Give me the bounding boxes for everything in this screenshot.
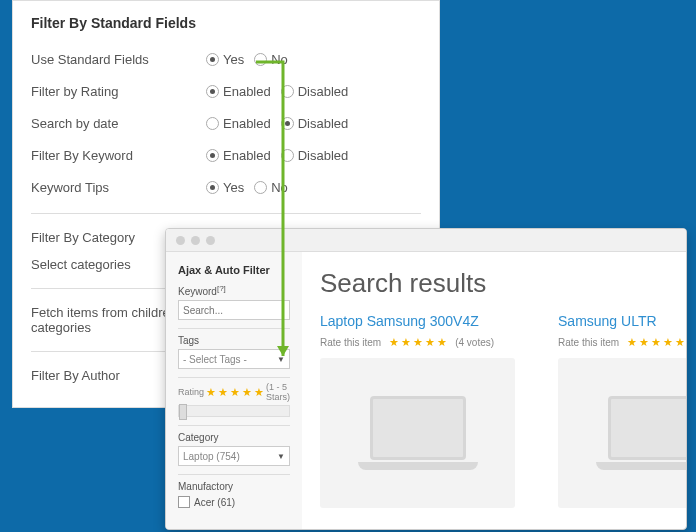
star-icon[interactable]: ★ bbox=[639, 337, 649, 348]
category-select[interactable]: Laptop (754) ▼ bbox=[178, 446, 290, 466]
row-use-standard-fields: Use Standard Fields Yes No bbox=[31, 43, 421, 75]
star-icon[interactable]: ★ bbox=[675, 337, 685, 348]
radio-icon bbox=[281, 85, 294, 98]
row-filter-by-keyword: Filter By Keyword Enabled Disabled bbox=[31, 139, 421, 171]
star-icon: ★ bbox=[254, 387, 264, 398]
product-title-link[interactable]: Laptop Samsung 300V4Z bbox=[320, 313, 520, 329]
divider bbox=[178, 425, 290, 426]
radio-icon bbox=[254, 181, 267, 194]
row-filter-by-rating: Filter by Rating Enabled Disabled bbox=[31, 75, 421, 107]
star-icon[interactable]: ★ bbox=[413, 337, 423, 348]
star-icon: ★ bbox=[230, 387, 240, 398]
field-label: Use Standard Fields bbox=[31, 52, 206, 67]
radio-icon bbox=[281, 117, 294, 130]
radio-disabled[interactable]: Disabled bbox=[281, 116, 349, 131]
radio-no[interactable]: No bbox=[254, 180, 288, 195]
radio-icon bbox=[206, 85, 219, 98]
star-icon[interactable]: ★ bbox=[651, 337, 661, 348]
radio-enabled[interactable]: Enabled bbox=[206, 116, 271, 131]
slider-handle[interactable] bbox=[179, 404, 187, 420]
radio-yes[interactable]: Yes bbox=[206, 180, 244, 195]
product-title-link[interactable]: Samsung ULTR bbox=[558, 313, 687, 329]
laptop-icon bbox=[358, 396, 478, 470]
category-label: Category bbox=[178, 432, 290, 443]
radio-icon bbox=[254, 53, 267, 66]
rating-filter: Rating ★ ★ ★ ★ ★ (1 - 5 Stars) bbox=[178, 382, 290, 402]
chevron-down-icon: ▼ bbox=[277, 355, 285, 364]
tags-select[interactable]: - Select Tags - ▼ bbox=[178, 349, 290, 369]
manufactory-option[interactable]: Acer (61) bbox=[178, 496, 290, 508]
window-dot-icon bbox=[176, 236, 185, 245]
filter-sidebar: Ajax & Auto Filter Keyword[?] Tags - Sel… bbox=[166, 252, 302, 529]
window-dot-icon bbox=[206, 236, 215, 245]
fetch-children-note: Fetch items from children categories bbox=[31, 299, 181, 341]
radio-icon bbox=[281, 149, 294, 162]
field-label: Filter By Keyword bbox=[31, 148, 206, 163]
tags-label: Tags bbox=[178, 335, 290, 346]
keyword-label: Keyword[?] bbox=[178, 284, 290, 297]
radio-icon bbox=[206, 149, 219, 162]
manufactory-label: Manufactory bbox=[178, 481, 290, 492]
window-dot-icon bbox=[191, 236, 200, 245]
star-icon[interactable]: ★ bbox=[627, 337, 637, 348]
row-keyword-tips: Keyword Tips Yes No bbox=[31, 171, 421, 203]
radio-icon bbox=[206, 181, 219, 194]
radio-yes[interactable]: Yes bbox=[206, 52, 244, 67]
radio-disabled[interactable]: Disabled bbox=[281, 84, 349, 99]
radio-no[interactable]: No bbox=[254, 52, 288, 67]
star-icon[interactable]: ★ bbox=[663, 337, 673, 348]
field-label: Search by date bbox=[31, 116, 206, 131]
star-icon: ★ bbox=[218, 387, 228, 398]
divider bbox=[178, 377, 290, 378]
rating-slider[interactable] bbox=[178, 405, 290, 417]
star-icon[interactable]: ★ bbox=[389, 337, 399, 348]
results-area: Search results Laptop Samsung 300V4Z Rat… bbox=[302, 252, 687, 529]
radio-enabled[interactable]: Enabled bbox=[206, 148, 271, 163]
star-icon[interactable]: ★ bbox=[401, 337, 411, 348]
field-label: Keyword Tips bbox=[31, 180, 206, 195]
product-card: Laptop Samsung 300V4Z Rate this item ★ ★… bbox=[320, 313, 520, 508]
product-thumbnail[interactable] bbox=[558, 358, 687, 508]
radio-disabled[interactable]: Disabled bbox=[281, 148, 349, 163]
laptop-icon bbox=[596, 396, 687, 470]
row-search-by-date: Search by date Enabled Disabled bbox=[31, 107, 421, 139]
star-icon[interactable]: ★ bbox=[437, 337, 447, 348]
radio-icon bbox=[206, 117, 219, 130]
chevron-down-icon: ▼ bbox=[277, 452, 285, 461]
product-card: Samsung ULTR Rate this item ★ ★ ★ ★ ★ bbox=[558, 313, 687, 508]
radio-icon bbox=[206, 53, 219, 66]
divider bbox=[178, 474, 290, 475]
product-thumbnail[interactable] bbox=[320, 358, 515, 508]
radio-enabled[interactable]: Enabled bbox=[206, 84, 271, 99]
divider bbox=[178, 328, 290, 329]
settings-title: Filter By Standard Fields bbox=[31, 15, 421, 31]
results-title: Search results bbox=[320, 268, 687, 299]
sidebar-title: Ajax & Auto Filter bbox=[178, 264, 290, 276]
field-label: Filter by Rating bbox=[31, 84, 206, 99]
star-icon: ★ bbox=[242, 387, 252, 398]
divider bbox=[31, 213, 421, 214]
browser-window: Ajax & Auto Filter Keyword[?] Tags - Sel… bbox=[165, 228, 687, 530]
rating-row: Rate this item ★ ★ ★ ★ ★ bbox=[558, 337, 687, 348]
keyword-input[interactable] bbox=[178, 300, 290, 320]
star-icon: ★ bbox=[206, 387, 216, 398]
rating-row: Rate this item ★ ★ ★ ★ ★ (4 votes) bbox=[320, 337, 520, 348]
browser-titlebar bbox=[166, 229, 686, 252]
star-icon[interactable]: ★ bbox=[425, 337, 435, 348]
checkbox-icon bbox=[178, 496, 190, 508]
